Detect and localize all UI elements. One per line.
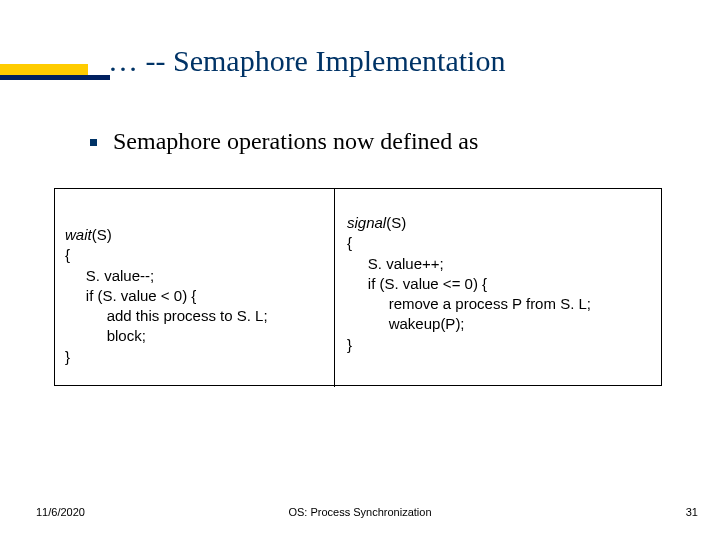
title-row: … -- Semaphore Implementation [0,44,720,88]
code-line: S. value++; [347,255,444,272]
code-line: add this process to S. L; [65,307,268,324]
code-wait-fn: wait [65,226,92,243]
bullet-text: Semaphore operations now defined as [113,128,478,154]
code-signal-fn: signal [347,214,386,231]
code-line: } [65,348,70,365]
code-box: wait(S) { S. value--; if (S. value < 0) … [54,188,662,386]
code-line: remove a process P from S. L; [347,295,591,312]
code-signal: signal(S) { S. value++; if (S. value <= … [347,213,591,355]
code-line: wakeup(P); [347,315,465,332]
accent-bar-navy [0,75,110,80]
slide: … -- Semaphore Implementation Semaphore … [0,0,720,540]
code-line: { [347,234,352,251]
code-line: } [347,336,352,353]
footer-center: OS: Process Synchronization [0,506,720,518]
slide-title: … -- Semaphore Implementation [108,44,505,78]
code-line: S. value--; [65,267,154,284]
code-wait-arg: (S) [92,226,112,243]
code-wait: wait(S) { S. value--; if (S. value < 0) … [65,225,268,367]
bullet-icon [90,139,97,146]
code-line: { [65,246,70,263]
box-divider [334,189,335,387]
footer-page-number: 31 [686,506,698,518]
code-signal-arg: (S) [386,214,406,231]
code-line: if (S. value < 0) { [65,287,196,304]
bullet-row: Semaphore operations now defined as [90,128,650,155]
code-line: block; [65,327,146,344]
code-line: if (S. value <= 0) { [347,275,487,292]
